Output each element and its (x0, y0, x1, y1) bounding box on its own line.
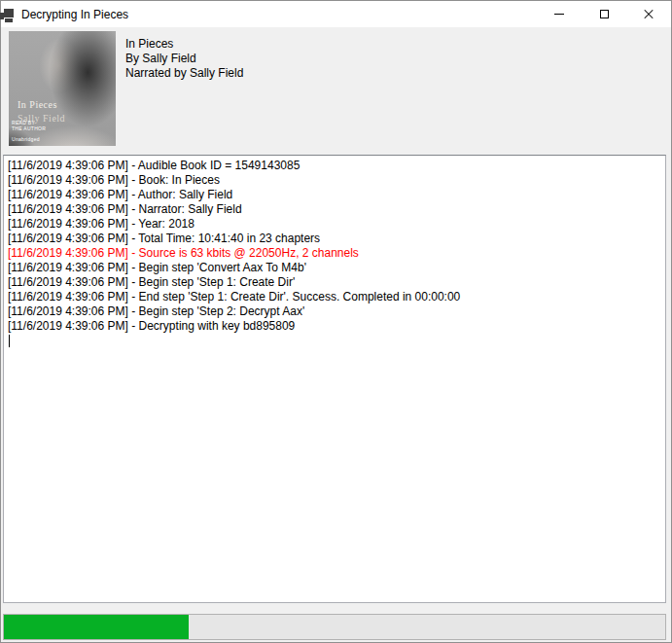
log-line: [11/6/2019 4:39:06 PM] - Year: 2018 (8, 217, 661, 232)
close-icon (643, 9, 654, 20)
book-narrator: Narrated by Sally Field (125, 66, 243, 81)
log-line: [11/6/2019 4:39:06 PM] - Begin step 'Ste… (8, 304, 661, 319)
minimize-button[interactable] (537, 1, 582, 27)
text-caret (9, 335, 10, 347)
book-cover-image: In Pieces Sally Field READ BY THE AUTHOR… (9, 31, 116, 146)
log-lines: [11/6/2019 4:39:06 PM] - Audible Book ID… (8, 159, 661, 334)
book-info: In Pieces By Sally Field Narrated by Sal… (125, 37, 243, 81)
log-line: [11/6/2019 4:39:06 PM] - Begin step 'Con… (8, 261, 661, 275)
log-line: [11/6/2019 4:39:06 PM] - Source is 63 kb… (8, 246, 661, 261)
log-line: [11/6/2019 4:39:06 PM] - Narrator: Sally… (8, 202, 661, 217)
default-app-icon[interactable] (0, 7, 14, 22)
book-byline: By Sally Field (125, 52, 243, 66)
log-line: [11/6/2019 4:39:06 PM] - Author: Sally F… (8, 188, 661, 202)
close-button[interactable] (626, 1, 671, 27)
book-title: In Pieces (125, 37, 243, 52)
maximize-icon (600, 10, 609, 18)
title-bar[interactable]: Decrypting In Pieces (1, 1, 671, 27)
minimize-icon (554, 14, 564, 15)
progress-fill (4, 615, 189, 639)
log-output[interactable]: [11/6/2019 4:39:06 PM] - Audible Book ID… (3, 155, 666, 603)
client-area: In Pieces Sally Field READ BY THE AUTHOR… (1, 27, 671, 642)
caption-buttons (537, 1, 671, 27)
maximize-button[interactable] (582, 1, 626, 27)
app-icon-square (0, 13, 4, 19)
app-window: Decrypting In Pieces In Pieces Sally Fie… (0, 0, 672, 643)
app-icon-square (4, 9, 14, 18)
cover-readby-text: READ BY THE AUTHOR (12, 120, 46, 131)
cover-edition-text: Unabridged (12, 136, 40, 142)
app-icon-square (5, 18, 13, 22)
log-line: [11/6/2019 4:39:06 PM] - End step 'Step … (8, 290, 661, 304)
progress-bar (3, 614, 666, 640)
cover-title-text: In Pieces (18, 99, 57, 110)
log-line: [11/6/2019 4:39:06 PM] - Begin step 'Ste… (8, 275, 661, 290)
log-line: [11/6/2019 4:39:06 PM] - Audible Book ID… (8, 159, 661, 173)
log-line: [11/6/2019 4:39:06 PM] - Decrypting with… (8, 319, 661, 334)
log-line: [11/6/2019 4:39:06 PM] - Total Time: 10:… (8, 232, 661, 246)
window-title: Decrypting In Pieces (21, 8, 128, 21)
log-line: [11/6/2019 4:39:06 PM] - Book: In Pieces (8, 173, 661, 188)
